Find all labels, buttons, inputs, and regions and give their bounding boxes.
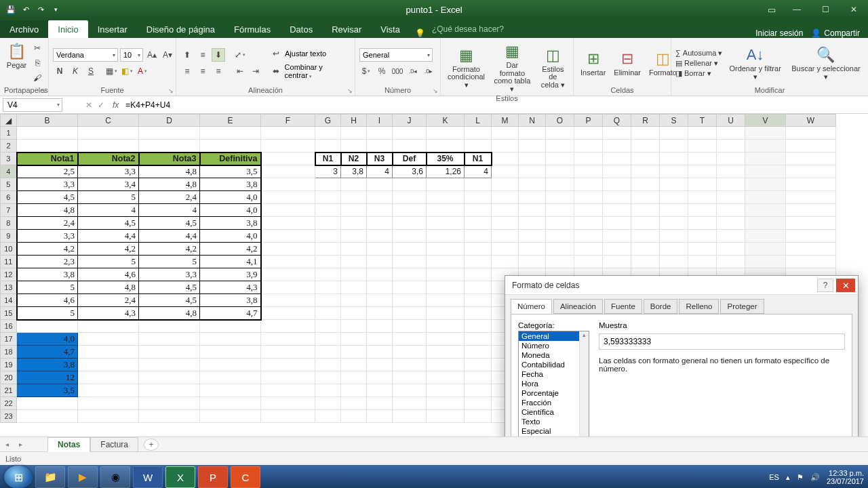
redo-icon[interactable]: ↷ xyxy=(35,4,46,15)
shrink-font-icon[interactable]: A▾ xyxy=(161,48,174,62)
align-center-icon[interactable]: ≡ xyxy=(196,64,210,78)
enter-formula-icon[interactable]: ✓ xyxy=(98,100,104,110)
sheet-nav-next[interactable]: ▸ xyxy=(14,441,27,448)
indent-inc-icon[interactable]: ⇥ xyxy=(249,64,262,78)
qat-more-icon[interactable]: ▾ xyxy=(50,4,61,15)
chrome-icon[interactable]: ◉ xyxy=(100,466,130,488)
lang-indicator[interactable]: ES xyxy=(769,473,779,481)
percent-icon[interactable]: % xyxy=(375,64,389,78)
cell-styles-button[interactable]: ◫Estilos de celda ▾ xyxy=(537,44,569,91)
fill-color-icon[interactable]: ◧ xyxy=(120,64,134,78)
format-painter-icon[interactable]: 🖌 xyxy=(31,71,44,85)
bold-button[interactable]: N xyxy=(53,64,66,78)
tab-revisar[interactable]: Revisar xyxy=(322,20,371,38)
align-right-icon[interactable]: ≡ xyxy=(212,64,225,78)
dialog-tab-alineación[interactable]: Alineación xyxy=(553,299,603,314)
underline-button[interactable]: S xyxy=(84,64,98,78)
tab-vista[interactable]: Vista xyxy=(371,20,410,38)
inc-dec-icon[interactable]: .0◂ xyxy=(406,64,420,78)
font-size-combo[interactable]: 10 xyxy=(120,48,143,62)
category-listbox[interactable]: GeneralNúmeroMonedaContabilidadFechaHora… xyxy=(518,331,589,436)
tab-formulas[interactable]: Fórmulas xyxy=(224,20,280,38)
sheet-nav-prev[interactable]: ◂ xyxy=(0,441,14,448)
powerpoint-icon[interactable]: P xyxy=(198,466,228,488)
close-button[interactable]: ✕ xyxy=(840,0,868,19)
find-select-button[interactable]: 🔍Buscar y seleccionar ▾ xyxy=(788,43,864,82)
clear-button[interactable]: ◨Borrar ▾ xyxy=(675,69,722,78)
copy-icon[interactable]: ⎘ xyxy=(31,56,44,70)
dialog-tab-fuente[interactable]: Fuente xyxy=(604,299,642,314)
scroll-up-icon[interactable]: ▴ xyxy=(583,331,586,338)
start-button[interactable]: ⊞ xyxy=(4,466,33,488)
media-player-icon[interactable]: ▶ xyxy=(68,466,98,488)
sheet-tab-factura[interactable]: Factura xyxy=(90,437,138,452)
delete-cells-button[interactable]: ⊟Eliminar xyxy=(611,47,644,79)
category-item[interactable]: Contabilidad xyxy=(519,360,589,369)
format-as-table-button[interactable]: ▦Dar formato como tabla ▾ xyxy=(490,40,534,94)
category-item[interactable]: Hora xyxy=(519,379,589,388)
dialog-tab-borde[interactable]: Borde xyxy=(644,299,678,314)
excel-icon[interactable]: X xyxy=(165,466,195,488)
align-launcher-icon[interactable]: ↘ xyxy=(347,87,353,94)
category-item[interactable]: Fracción xyxy=(519,398,589,407)
signin-link[interactable]: Iniciar sesión xyxy=(755,28,803,38)
cut-icon[interactable]: ✂ xyxy=(31,41,44,55)
dialog-tab-número[interactable]: Número xyxy=(511,299,552,314)
orientation-icon[interactable]: ⤢ xyxy=(233,48,247,62)
category-item[interactable]: Número xyxy=(519,341,589,350)
insert-cells-button[interactable]: ⊞Insertar xyxy=(578,47,608,79)
ribbon-options-icon[interactable]: ▭ xyxy=(761,0,783,19)
indent-dec-icon[interactable]: ⇤ xyxy=(233,64,247,78)
dec-dec-icon[interactable]: .0▸ xyxy=(422,64,435,78)
merge-button[interactable]: Combinar y centrar xyxy=(285,63,351,79)
paste-button[interactable]: 📋 Pegar xyxy=(4,40,29,85)
minimize-button[interactable]: — xyxy=(783,0,811,19)
font-launcher-icon[interactable]: ↘ xyxy=(168,87,174,94)
number-launcher-icon[interactable]: ↘ xyxy=(433,87,438,94)
italic-button[interactable]: K xyxy=(68,64,82,78)
dialog-help-button[interactable]: ? xyxy=(817,279,833,292)
tellme-input[interactable]: ¿Qué desea hacer? xyxy=(425,20,511,38)
tab-datos[interactable]: Datos xyxy=(280,20,322,38)
volume-icon[interactable]: 🔊 xyxy=(810,473,820,482)
align-top-icon[interactable]: ⬆ xyxy=(180,48,194,62)
thousands-icon[interactable]: 000 xyxy=(391,64,404,78)
category-item[interactable]: Fecha xyxy=(519,369,589,379)
align-bot-icon[interactable]: ⬇ xyxy=(212,48,225,62)
word-icon[interactable]: W xyxy=(133,466,163,488)
explorer-icon[interactable]: 📁 xyxy=(35,466,65,488)
sort-filter-button[interactable]: A↓Ordenar y filtrar ▾ xyxy=(725,43,785,82)
category-item[interactable]: Personalizada xyxy=(519,436,589,436)
borders-icon[interactable]: ▦ xyxy=(104,64,118,78)
tab-insertar[interactable]: Insertar xyxy=(88,20,137,38)
category-item[interactable]: Porcentaje xyxy=(519,388,589,398)
tab-diseno[interactable]: Diseño de página xyxy=(137,20,224,38)
numfmt-combo[interactable]: General xyxy=(359,48,433,62)
currency-icon[interactable]: $ xyxy=(359,64,373,78)
add-sheet-button[interactable]: + xyxy=(144,439,159,451)
name-box[interactable]: V4 xyxy=(3,98,62,112)
fx-icon[interactable]: fx xyxy=(108,100,123,110)
camtasia-icon[interactable]: C xyxy=(231,466,260,488)
clock[interactable]: 12:33 p.m.23/07/2017 xyxy=(827,469,864,485)
autosum-button[interactable]: ∑Autosuma ▾ xyxy=(675,49,722,58)
clipboard-launcher-icon[interactable]: ↘ xyxy=(41,87,46,94)
category-item[interactable]: Moneda xyxy=(519,350,589,360)
grow-font-icon[interactable]: A▴ xyxy=(145,48,159,62)
undo-icon[interactable]: ↶ xyxy=(20,4,31,15)
dialog-tab-proteger[interactable]: Proteger xyxy=(720,299,764,314)
sheet-tab-notas[interactable]: Notas xyxy=(47,437,90,452)
spreadsheet-grid[interactable]: ◢BCDEFGHIJKLMNOPQRSTUVW123Nota1Nota2Nota… xyxy=(0,114,868,436)
tray-up-icon[interactable]: ▴ xyxy=(786,473,790,482)
category-item[interactable]: Texto xyxy=(519,417,589,426)
category-item[interactable]: Científica xyxy=(519,407,589,417)
share-button[interactable]: 👤Compartir xyxy=(811,28,860,38)
font-color-icon[interactable]: A xyxy=(136,64,149,78)
dialog-tab-relleno[interactable]: Relleno xyxy=(679,299,719,314)
dialog-close-button[interactable]: ✕ xyxy=(836,279,855,292)
font-combo[interactable]: Verdana xyxy=(53,48,118,62)
flag-icon[interactable]: ⚑ xyxy=(797,473,804,482)
align-mid-icon[interactable]: ≡ xyxy=(196,48,210,62)
category-item[interactable]: Especial xyxy=(519,426,589,436)
tab-archivo[interactable]: Archivo xyxy=(0,20,48,38)
